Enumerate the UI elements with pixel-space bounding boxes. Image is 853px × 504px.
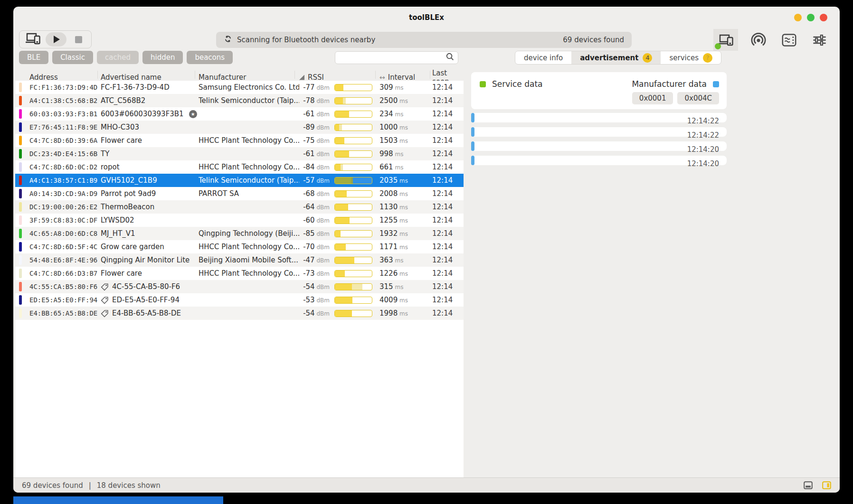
table-row[interactable]: C4:7C:8D:6D:0C:D2ropotHHCC Plant Technol…: [15, 160, 464, 174]
rssi-value: -70: [303, 243, 315, 251]
device-last-seen: 12:14: [426, 110, 464, 118]
side-panel-toggle[interactable]: [822, 481, 831, 489]
device-manufacturer: PARROT SA: [199, 189, 299, 198]
device-color-strip: [19, 242, 22, 252]
manufacturer-id-button[interactable]: 0x0001: [632, 92, 673, 104]
filter-chip-beacons[interactable]: beacons: [187, 51, 233, 64]
rssi-bar-fill: [335, 297, 352, 303]
interval-unit: ms: [398, 138, 408, 144]
device-address: 54:48:E6:8F:4E:96: [29, 256, 101, 264]
service-data-label: Service data: [492, 79, 543, 89]
filter-chip-cached[interactable]: cached: [97, 51, 139, 64]
device-name-text: ropot: [101, 163, 120, 171]
device-address: DC:19:00:00:26:E2: [29, 203, 101, 211]
search-box[interactable]: [335, 51, 458, 64]
rssi-bar-fill: [335, 138, 344, 144]
service-data-color-swatch: [480, 81, 486, 87]
table-row[interactable]: C4:7C:8D:66:D3:B7Flower careHHCC Plant T…: [15, 267, 464, 280]
filter-chip-ble[interactable]: BLE: [19, 51, 48, 64]
rssi-unit: dBm: [315, 191, 330, 197]
device-last-seen: 12:14: [426, 256, 464, 264]
search-icon: [445, 52, 455, 63]
header-separator: [375, 71, 376, 79]
scan-status-bar: Scanning for Bluetooth devices nearby 69…: [216, 32, 632, 48]
table-row[interactable]: A4:C1:38:C5:68:B2ATC_C568B2Telink Semico…: [15, 94, 464, 107]
packet-log-button[interactable]: [779, 29, 799, 51]
scan-stop-button[interactable]: [71, 32, 85, 47]
manufacturer-id-button[interactable]: 0x004C: [677, 92, 719, 104]
tag-icon: [101, 283, 109, 291]
table-row[interactable]: DC:19:00:00:26:E2ThermoBeacon-64 dBm1130…: [15, 200, 464, 214]
rssi-value: -64: [303, 203, 315, 211]
device-color-strip: [19, 295, 22, 305]
device-name-text: TY: [101, 149, 109, 158]
table-row[interactable]: A4:C1:38:57:C1:B9GVH5102_C1B9Telink Semi…: [15, 174, 464, 187]
rssi-value: -57: [303, 176, 315, 185]
device-color-strip: [19, 308, 22, 318]
table-row[interactable]: A0:14:3D:CD:9A:D9Parrot pot 9ad9PARROT S…: [15, 187, 464, 200]
device-last-seen: 12:14: [426, 309, 464, 317]
maximize-button[interactable]: [807, 14, 815, 21]
table-row[interactable]: 60:03:03:93:F3:B16003#060030393F3B1★-61 …: [15, 107, 464, 121]
header-separator: [430, 71, 430, 79]
device-rssi: -70 dBm: [299, 243, 332, 251]
table-row[interactable]: E4:BB:65:A5:B8:DEE4-BB-65-A5-B8-DE-54 dB…: [15, 307, 464, 320]
table-row[interactable]: DC:23:4D:E4:15:6BTY-61 dBm998 ms12:14: [15, 147, 464, 160]
table-row[interactable]: ED:E5:A5:E0:FF:94ED-E5-A5-E0-FF-94-53 dB…: [15, 293, 464, 307]
sort-icon: [299, 75, 304, 80]
interval-value: 1255: [379, 216, 398, 224]
device-name-text: 6003#060030393F3B1: [101, 110, 184, 118]
device-name-text: 4C-55-CA-B5-80-F6: [112, 282, 180, 291]
tab-services[interactable]: services?: [661, 51, 721, 64]
rssi-unit: dBm: [315, 177, 330, 184]
device-interval: 1226 ms: [378, 269, 426, 278]
table-row[interactable]: 3F:59:C8:83:0C:DFLYWSD02-60 dBm1255 ms12…: [15, 214, 464, 227]
interval-unit: ms: [398, 310, 408, 317]
device-name: MJ_HT_V1: [101, 229, 199, 238]
device-table-body: FC:F1:36:73:D9:4DFC-F1-36-73-D9-4DSamsun…: [15, 81, 464, 477]
device-rssi: -89 dBm: [299, 123, 332, 131]
rssi-unit: dBm: [315, 217, 330, 224]
rssi-bar-fill: [335, 98, 343, 104]
search-input[interactable]: [339, 54, 445, 62]
table-row[interactable]: E7:76:45:11:F8:9EMHO-C303-89 dBm1000 ms1…: [15, 121, 464, 134]
rssi-bar: [334, 190, 372, 197]
filter-chip-hidden[interactable]: hidden: [142, 51, 183, 64]
device-color-strip: [19, 269, 22, 278]
filter-chip-classic[interactable]: Classic: [52, 51, 93, 64]
tab-device-info[interactable]: device info: [515, 51, 571, 64]
device-last-seen: 12:14: [426, 296, 464, 304]
close-button[interactable]: [820, 14, 827, 21]
interval-value: 2500: [379, 96, 398, 105]
table-row[interactable]: C4:7C:8D:6D:39:6AFlower careHHCC Plant T…: [15, 134, 464, 147]
table-row[interactable]: 4C:65:A8:D0:6D:C8MJ_HT_V1Qingping Techno…: [15, 227, 464, 240]
settings-button[interactable]: [809, 29, 829, 51]
rssi-unit: dBm: [315, 138, 330, 144]
tab-advertisement[interactable]: advertisement4: [571, 51, 661, 64]
bottom-panel-toggle[interactable]: [804, 481, 813, 489]
device-rssi: -61 dBm: [299, 110, 332, 118]
header-separator: [97, 71, 98, 79]
device-name-text: ATC_C568B2: [101, 96, 145, 105]
device-name: GVH5102_C1B9: [101, 176, 199, 185]
interval-unit: ms: [393, 151, 404, 158]
interval-unit: ms: [398, 244, 408, 251]
device-name: TY: [101, 149, 199, 158]
table-row[interactable]: C4:7C:8D:6D:5F:4CGrow care gardenHHCC Pl…: [15, 240, 464, 253]
device-name: Parrot pot 9ad9: [101, 189, 199, 198]
devices-view-button[interactable]: [713, 29, 738, 51]
rssi-value: -89: [303, 123, 315, 131]
table-row[interactable]: 4C:55:CA:B5:80:F64C-55-CA-B5-80-F6-54 dB…: [15, 280, 464, 293]
rssi-bar: [334, 297, 372, 304]
minimize-button[interactable]: [794, 14, 802, 21]
rssi-bar-fill: [335, 111, 349, 117]
device-color-strip: [19, 215, 22, 225]
advertiser-button[interactable]: [749, 29, 768, 51]
advertisement-card: 12:14:22: [471, 127, 727, 137]
table-row[interactable]: 54:48:E6:8F:4E:96Qingping Air Monitor Li…: [15, 253, 464, 267]
favorite-star-icon: ★: [189, 110, 197, 118]
scan-start-button[interactable]: [46, 32, 66, 47]
window-title: toolBLEx: [409, 13, 444, 22]
table-row[interactable]: FC:F1:36:73:D9:4DFC-F1-36-73-D9-4DSamsun…: [15, 81, 464, 94]
rssi-bar: [334, 243, 372, 251]
